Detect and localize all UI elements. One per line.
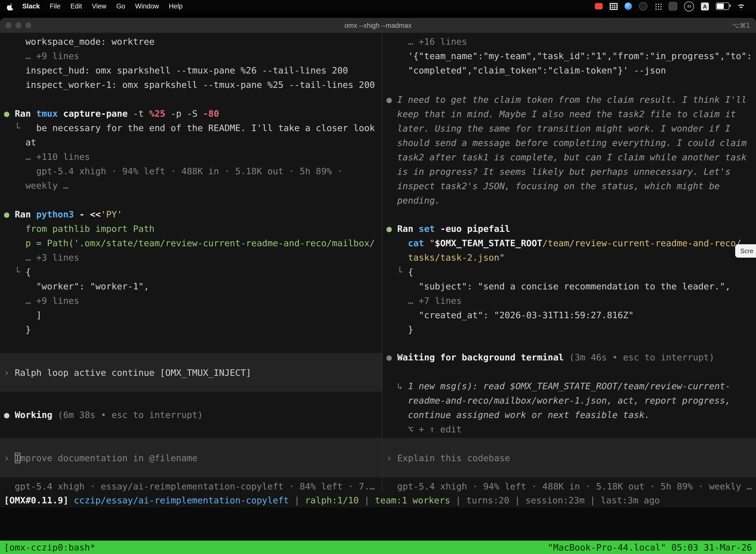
terminal-line: "worker": "worker-1", [0,279,382,293]
terminal-line: p = Path('.omx/state/team/review-current… [0,236,382,250]
terminal-line: } [0,322,382,337]
terminal-window: omx --xhigh --madmax ⌥⌘1 workspace_mode:… [0,18,756,554]
spacer [382,365,756,379]
tmux-session-label[interactable]: [omx-cczip0:bash* [4,542,95,553]
terminal-line: should send a message before completing … [382,135,756,150]
spacer [382,208,756,221]
terminal-line: └ be necessary for the end of the README… [0,121,382,135]
dots-grid-app-icon[interactable] [654,2,662,10]
terminal-line: └ { [382,265,756,279]
traffic-lights [0,22,31,28]
terminal-line: "created_at": "2026-03-31T11:59:27.816Z" [382,308,756,322]
terminal-pane-right[interactable]: … +16 lines '{"team_name":"my-team","tas… [382,33,756,493]
screen: Slack FileEditViewGoWindowHelp .61A omx … [0,0,756,554]
terminal-input-box[interactable]: › Ralph loop active continue [OMX_TMUX_I… [0,353,382,392]
terminal-line: workspace_mode: worktree [0,34,382,49]
dark-app-icon[interactable] [639,2,647,10]
window-title: omx --xhigh --madmax [0,21,756,29]
spacer [382,337,756,350]
terminal-line: └ { [0,265,382,279]
terminal-line: "subject": "send a concise recommendatio… [382,279,756,293]
spacer [0,392,382,407]
terminal-line: task2 after task1 is complete, but can I… [382,150,756,164]
terminal-pane-left[interactable]: workspace_mode: worktree … +9 lines insp… [0,33,382,493]
terminal-line: inspect task2's JSON, focusing on the st… [382,179,756,193]
apple-menu-icon[interactable] [7,2,13,10]
screen-recording-indicator-icon[interactable] [595,3,603,9]
terminal-line: tasks/task-2.json" [382,250,756,265]
terminal-line: ● Ran set -euo pipefail [382,221,756,236]
terminal-line: ● I need to get the claim token from the… [382,92,756,107]
terminal-input-box[interactable]: › Improve documentation in @filename [0,438,382,478]
blue-app-icon[interactable] [625,2,632,10]
spacer [0,92,382,106]
terminal-line: readme-and-reco/mailbox/worker-1.json, a… [382,393,756,407]
terminal-line: ● Ran tmux capture-pane -t %25 -p -S -80 [0,106,382,121]
terminal-line: at [0,135,382,150]
terminal-line: ↳ 1 new msg(s): read $OMX_TEAM_STATE_ROO… [382,379,756,393]
terminal-line: is in progress? It seems likely but perh… [382,164,756,179]
menu-window[interactable]: Window [135,2,159,10]
terminal-line: gpt-5.4 xhigh · 94% left · 488K in · 5.1… [382,479,756,493]
spacer [0,337,382,353]
window-titlebar[interactable]: omx --xhigh --madmax ⌥⌘1 [0,18,756,33]
terminal-line: … +110 lines [0,150,382,164]
window-shortcut-hint: ⌥⌘1 [732,21,756,29]
terminal-line: weekly … [0,178,382,192]
terminal-line: later. Using the same for transition mig… [382,121,756,135]
input-source-icon[interactable]: A [701,2,709,10]
terminal-line: … +16 lines [382,34,756,49]
terminal-line: ⌥ + ↑ edit [382,422,756,436]
tmux-host-clock: "MacBook-Pro-44.local" 05:03 31-Mar-26 [548,542,752,553]
omx-status-line: [OMX#0.11.9] cczip/essay/ai-reimplementa… [0,493,756,507]
screenshot-preview-pill[interactable]: Scre [736,244,756,258]
terminal-line: ● Waiting for background terminal (3m 46… [382,350,756,365]
spacer [0,192,382,207]
terminal-input-box[interactable]: › Explain this codebase [382,438,756,478]
menu-extra-app-icon[interactable] [669,2,677,10]
terminal-line: inspect_hud: omx sparkshell --tmux-pane … [0,63,382,77]
zoom-button[interactable] [25,22,31,28]
terminal-line: … +9 lines [0,49,382,63]
grid-app-icon[interactable] [610,3,618,10]
terminal-line: … +3 lines [0,250,382,265]
terminal-line: inspect_worker-1: omx sparkshell --tmux-… [0,77,382,92]
terminal-line: cat "$OMX_TEAM_STATE_ROOT/team/review-cu… [382,236,756,250]
macos-menubar: Slack FileEditViewGoWindowHelp .61A [0,0,756,12]
close-button[interactable] [5,22,11,28]
menu-view[interactable]: View [92,2,107,10]
terminal-line: gpt-5.4 xhigh · 94% left · 488K in · 5.1… [0,164,382,178]
tmux-panes: workspace_mode: worktree … +9 lines insp… [0,33,756,493]
active-app-name[interactable]: Slack [22,2,40,10]
tmux-status-bar: [omx-cczip0:bash* "MacBook-Pro-44.local"… [0,541,756,554]
menu-edit[interactable]: Edit [70,2,82,10]
terminal-line: ● Ran python3 - <<'PY' [0,207,382,221]
terminal-line: "completed","claim_token":"claim-token"}… [382,63,756,77]
terminal-line: … +9 lines [0,293,382,308]
menu-help[interactable]: Help [169,2,183,10]
minimize-button[interactable] [15,22,21,28]
spacer [382,77,756,92]
terminal-line: gpt-5.4 xhigh · essay/ai-reimplementatio… [0,479,382,493]
terminal-line: '{"team_name":"my-team","task_id":"1","f… [382,49,756,63]
battery-percent-circle-icon[interactable]: .61 [684,1,694,11]
menu-file[interactable]: File [50,2,61,10]
terminal-empty-area [0,507,756,541]
menubar-status-icons: .61A [595,1,749,11]
terminal-line: } [382,322,756,337]
terminal-line: pending. [382,193,756,208]
terminal-line: from pathlib import Path [0,221,382,236]
terminal-line: keep that in mind. Maybe I also need the… [382,107,756,121]
terminal-line: continue assigned work or next feasible … [382,407,756,422]
spacer [0,422,382,438]
terminal-line: … +7 lines [382,293,756,308]
menu-go[interactable]: Go [116,2,125,10]
terminal-line: ] [0,308,382,322]
wifi-icon[interactable] [736,3,746,10]
terminal-line: ● Working (6m 38s • esc to interrupt) [0,407,382,422]
menubar-menus: FileEditViewGoWindowHelp [50,2,183,10]
battery-icon[interactable] [716,2,729,10]
